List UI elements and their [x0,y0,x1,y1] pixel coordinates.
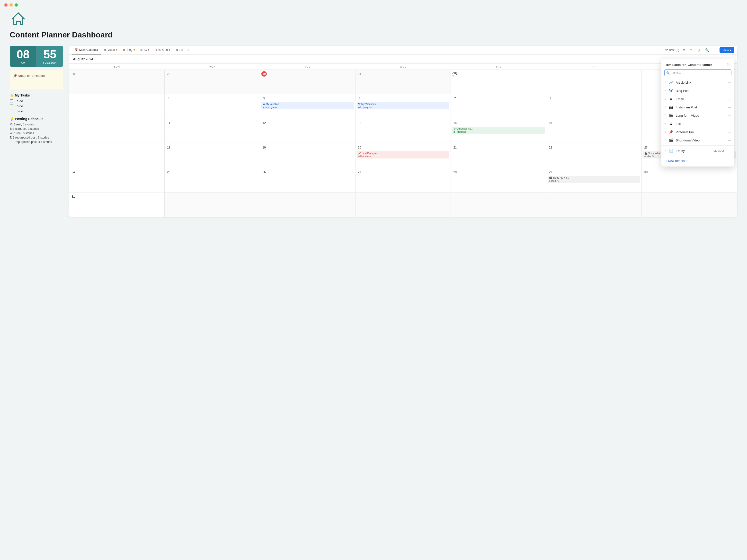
email-icon: ≡ [668,97,673,101]
instagram-post-more[interactable]: ··· [727,105,731,109]
new-button[interactable]: New ▾ [720,47,735,53]
template-item-long-form-video[interactable]: ⠿ 🎬 Long-form Video ··· [662,111,735,119]
cal-cell-aug21[interactable]: 21 [451,143,546,168]
cal-cell-sep6[interactable] [642,192,737,217]
more-options-button[interactable]: ⋯ [712,47,718,53]
cal-cell-aug26[interactable]: 26 [260,168,356,192]
close-button[interactable] [4,3,7,6]
cal-cell-aug4-sun[interactable] [69,94,164,118]
lightning-button[interactable]: ⚡ [696,47,702,53]
cal-cell-aug20[interactable]: 20 📌 Best Disneyla... Not started [356,143,451,168]
pinterest-pin-more[interactable]: ··· [727,130,731,134]
cal-cell-aug1[interactable]: Aug 1 [451,70,546,94]
template-item-email[interactable]: ⠿ ≡ Email ··· [662,95,735,103]
blog-post-more[interactable]: ··· [727,89,731,92]
tab-main-calendar[interactable]: 📅 Main Calendar [72,46,101,54]
task-checkbox-1[interactable] [10,100,13,103]
template-info-icon[interactable]: ⓘ [727,62,730,67]
task-checkbox-2[interactable] [10,105,13,108]
cal-cell-aug15[interactable]: 15 [546,119,642,143]
cal-date-31-jul: 31 [357,71,362,77]
sort-button[interactable]: ⇅ [688,47,695,53]
cal-cell-aug31[interactable]: 31 [69,192,164,217]
search-button[interactable]: 🔍 [704,47,710,53]
cal-cell-aug4[interactable]: 4 [164,94,260,118]
page-title: Content Planner Dashboard [10,30,737,39]
cal-cell-aug22[interactable]: 22 [546,143,642,168]
ltk-more[interactable]: ··· [727,122,731,126]
cal-cell-sep3[interactable] [356,192,451,217]
cal-cell-aug17[interactable] [69,143,164,168]
cal-cell-31-jul[interactable]: 31 [356,70,451,94]
task-item-3[interactable]: To-do [10,109,63,113]
short-form-video-more[interactable]: ··· [727,138,731,142]
maximize-button[interactable] [15,3,18,6]
cal-cell-sep2[interactable] [260,192,356,217]
cal-date-aug28: 28 [452,169,458,175]
cal-cell-sep5[interactable] [546,192,642,217]
cal-cell-aug18[interactable]: 18 [164,143,260,168]
template-filter-input[interactable] [664,69,731,76]
cal-cell-aug11[interactable]: 11 [164,119,260,143]
cal-cell-aug28[interactable]: 28 [451,168,546,192]
article-link-more[interactable]: ··· [727,80,731,84]
event-inside-my-ny-aug29[interactable]: 🎬 Inside my NY... Idea ✏️ [548,176,640,183]
cal-cell-aug5[interactable]: 5 W My Vacation i... In progress [260,94,356,118]
template-search: 🔍 [664,69,731,76]
cal-cell-aug19[interactable]: 19 [260,143,356,168]
cal-cell-29-jul[interactable]: 29 [164,70,260,94]
empty-more[interactable]: ··· [727,149,731,153]
template-item-blog-post[interactable]: ⠿ W Blog Post ··· [662,86,735,95]
home-icon[interactable] [10,10,737,28]
notes-label: 📌 Notes or reminders [13,74,45,78]
tab-blog[interactable]: ▦ Blog [120,46,137,54]
cal-cell-aug25[interactable]: 25 [164,168,260,192]
event-best-disneyla-aug20[interactable]: 📌 Best Disneyla... Not started [357,151,449,158]
cal-cell-aug27[interactable]: 27 [356,168,451,192]
event-my-vacation-aug6[interactable]: W My Vacation i... In progress [357,102,449,109]
cal-cell-aug29[interactable]: 29 🎬 Inside my NY... Idea ✏️ [546,168,642,192]
filter-button[interactable]: ≡ [680,47,687,53]
event-my-vacation-aug5[interactable]: W My Vacation i... In progress [261,102,354,109]
cal-cell-aug24[interactable]: 24 [69,168,164,192]
template-item-ltk[interactable]: ⠿ ⚙ LTK ··· [662,119,735,128]
task-item-2[interactable]: To-do [10,104,63,108]
cal-cell-sep4[interactable] [451,192,546,217]
minimize-button[interactable] [9,3,12,6]
template-item-instagram-post[interactable]: ⠿ 📷 Instagram Post ··· [662,103,735,111]
tab-video[interactable]: ▦ Video [101,46,120,54]
template-item-article-link[interactable]: ⠿ 🔗 Article Link ··· [662,78,735,86]
tab-all[interactable]: ▦ All [173,46,185,54]
cal-cell-aug6[interactable]: 6 W My Vacation i... In progress [356,94,451,118]
template-item-pinterest-pin[interactable]: ⠿ 📌 Pinterest Pin ··· [662,128,735,136]
tasks-section: ⭐ My Tasks To-do To-do To-do [10,93,63,113]
cal-cell-aug2[interactable] [546,70,642,94]
tab-ig-grid[interactable]: ⊞ IG Grid [152,46,173,54]
cal-cell-aug30[interactable]: 30 [642,168,737,192]
cal-date-aug8: 8 [548,96,553,101]
notes-widget[interactable]: 📌 Notes or reminders [10,70,63,89]
calendar-toolbar: No date (5) ≡ ⇅ ⚡ 🔍 ⋯ New ▾ Templates [665,47,735,53]
cal-cell-30-jul[interactable]: 30 [260,70,356,94]
cal-cell-sep1[interactable] [164,192,260,217]
short-form-video-icon: 🎬 [668,138,673,143]
template-item-empty[interactable]: ⠿ 📄 Empty DEFAULT ··· [662,146,735,155]
long-form-video-more[interactable]: ··· [727,113,731,117]
add-tab-button[interactable]: + [185,47,191,53]
day-name-sun: Sun [69,64,164,70]
event-outlander-aug14[interactable]: ⚙ Outlander-Ins... Published [452,127,545,134]
cal-cell-aug10[interactable] [69,119,164,143]
cal-cell-aug13[interactable]: 13 [356,119,451,143]
email-more[interactable]: ··· [727,97,731,101]
cal-cell-aug14[interactable]: 14 ⚙ Outlander-Ins... Published [451,119,546,143]
cal-cell-28-jul[interactable]: 28 [69,70,164,94]
template-item-short-form-video[interactable]: ⠿ 🎬 Short-form Video ··· [662,136,735,144]
cal-cell-aug12[interactable]: 12 [260,119,356,143]
tab-ig[interactable]: ⊞ IG [138,46,152,54]
cal-date-aug23: 23 [643,145,648,150]
task-checkbox-3[interactable] [10,110,13,113]
new-template-button[interactable]: + New template [662,157,735,164]
cal-cell-aug7[interactable]: 7 [451,94,546,118]
cal-cell-aug8[interactable]: 8 [546,94,642,118]
task-item-1[interactable]: To-do [10,99,63,103]
